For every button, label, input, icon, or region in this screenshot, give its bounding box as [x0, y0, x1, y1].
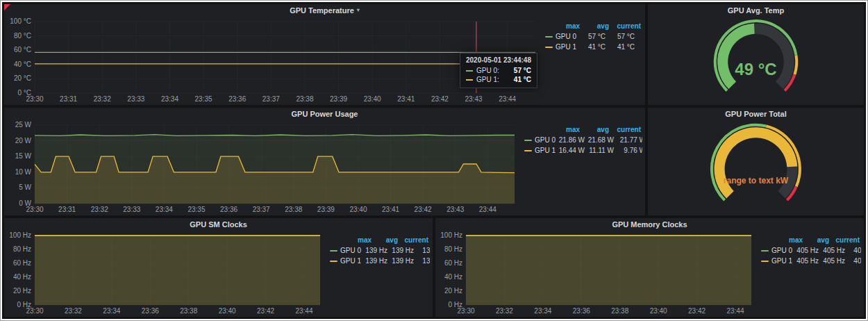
panel-title-text: GPU Power Total [725, 110, 786, 118]
svg-text:23:35: 23:35 [195, 95, 212, 103]
legend-header-cell: current [609, 21, 641, 31]
dashboard-row-3: GPU SM Clocks 0 Hz20 Hz40 Hz60 Hz80 Hz10… [4, 218, 864, 317]
legend-row: GPU 0139 Hz139 Hz139 Hz [330, 245, 428, 256]
legend-value: 405 Hz [792, 256, 819, 266]
plot-area: 0 Hz20 Hz40 Hz60 Hz80 Hz100 Hz23:3023:32… [7, 231, 326, 315]
panel-gpu-sm-clocks: GPU SM Clocks 0 Hz20 Hz40 Hz60 Hz80 Hz10… [4, 218, 433, 317]
svg-text:23:42: 23:42 [431, 95, 449, 103]
legend-value: 139 Hz [361, 245, 387, 256]
legend-header-cell: avg [580, 21, 609, 31]
svg-text:23:40: 23:40 [650, 307, 667, 315]
legend-value: 41 °C [606, 42, 635, 52]
series-color-icon [524, 150, 532, 151]
plot-area: 0 °C20 °C40 °C60 °C80 °C100 °C23:3023:31… [7, 17, 541, 104]
svg-text:23:34: 23:34 [161, 95, 178, 103]
svg-text:40 Hz: 40 Hz [444, 273, 462, 281]
gpu-sm-clocks-chart[interactable]: 0 Hz20 Hz40 Hz60 Hz80 Hz100 Hz23:3023:32… [7, 231, 326, 315]
svg-text:23:42: 23:42 [415, 206, 432, 213]
series-color-icon [545, 36, 553, 38]
legend-value: 139 Hz [414, 256, 430, 266]
panel-body: 0 °C20 °C40 °C60 °C80 °C100 °C23:3023:31… [4, 17, 645, 105]
tooltip-series-value: 41 °C [514, 75, 531, 84]
svg-text:23:44: 23:44 [295, 307, 312, 315]
panel-title-text: GPU SM Clocks [190, 220, 247, 229]
legend-series-name[interactable]: GPU 1 [330, 256, 361, 266]
legend-value: 405 Hz [845, 245, 861, 256]
svg-text:20 Hz: 20 Hz [444, 287, 462, 295]
legend-value: 41 °C [635, 42, 642, 52]
svg-text:100 Hz: 100 Hz [440, 231, 462, 239]
svg-text:23:39: 23:39 [317, 206, 335, 213]
legend-value: 57 °C [606, 31, 635, 42]
svg-text:40 °C: 40 °C [14, 60, 31, 68]
legend-value: 21.86 W [556, 135, 585, 145]
svg-text:23:44: 23:44 [499, 95, 516, 103]
panel-title-gpu-memory-clocks[interactable]: GPU Memory Clocks [435, 218, 864, 231]
legend-series-name[interactable]: GPU 0 [330, 245, 361, 256]
gpu-power-usage-chart[interactable]: 0 W5 W10 W15 W20 W25 W23:3023:3123:3223:… [7, 120, 520, 214]
series-color-icon [545, 47, 553, 48]
svg-text:23:44: 23:44 [726, 307, 744, 315]
panel-body: 0 Hz20 Hz40 Hz60 Hz80 Hz100 Hz23:3023:32… [4, 231, 433, 317]
legend-header-cell: current [609, 124, 641, 135]
panel-body: 49 °C [648, 17, 864, 105]
series-color-icon [524, 140, 532, 141]
legend-row: GPU 1139 Hz139 Hz139 Hz [330, 256, 428, 266]
grafana-dashboard: GPU Temperature ▾ 0 °C20 °C40 °C60 °C80 … [2, 2, 866, 319]
legend-value: 57 °C [576, 31, 606, 42]
svg-text:23:42: 23:42 [257, 307, 274, 315]
legend-value: 405 Hz [845, 256, 861, 266]
tooltip-series-label: GPU 1: [476, 75, 499, 84]
svg-text:23:38: 23:38 [296, 95, 313, 103]
panel-title-gpu-sm-clocks[interactable]: GPU SM Clocks [4, 218, 433, 231]
legend-value: 405 Hz [819, 256, 845, 266]
legend-series-name[interactable]: GPU 1 [761, 256, 792, 266]
tooltip-time: 2020-05-01 23:44:48 [466, 56, 531, 64]
chevron-down-icon: ▾ [357, 8, 360, 13]
series-dash-icon [466, 79, 473, 81]
legend-series-name[interactable]: GPU 0 [524, 135, 556, 145]
legend-row: GPU 057 °C57 °C57 °C [545, 31, 641, 42]
panel-title-gpu-temperature[interactable]: GPU Temperature ▾ [4, 4, 645, 17]
series-color-icon [761, 261, 769, 262]
gpu-memory-clocks-chart[interactable]: 0 Hz20 Hz40 Hz60 Hz80 Hz100 Hz23:3023:32… [438, 231, 757, 315]
svg-text:23:36: 23:36 [142, 307, 159, 315]
legend-series-name[interactable]: GPU 0 [545, 31, 576, 42]
legend-series-name[interactable]: GPU 1 [545, 42, 576, 52]
svg-text:23:30: 23:30 [26, 307, 43, 315]
panel-title-gpu-power-total[interactable]: GPU Power Total [648, 108, 864, 120]
svg-text:23:32: 23:32 [496, 307, 513, 315]
svg-text:23:41: 23:41 [397, 95, 415, 103]
legend-value: 405 Hz [792, 245, 819, 256]
legend-value: 139 Hz [387, 245, 414, 256]
svg-text:range to text kW: range to text kW [724, 176, 789, 186]
svg-text:23:37: 23:37 [262, 95, 280, 103]
legend-gpu-memory-clocks: maxavgcurrentGPU 0405 Hz405 Hz405 HzGPU … [757, 231, 861, 315]
svg-text:80 °C: 80 °C [14, 32, 31, 40]
svg-text:10 W: 10 W [15, 168, 32, 176]
panel-title-gpu-avg-temp[interactable]: GPU Avg. Temp [648, 4, 864, 17]
legend-series-name[interactable]: GPU 1 [524, 145, 556, 156]
legend-header: maxavgcurrent [330, 235, 428, 245]
legend-series-name[interactable]: GPU 0 [761, 245, 792, 256]
panel-title-text: GPU Avg. Temp [728, 6, 785, 15]
svg-text:23:41: 23:41 [382, 206, 399, 213]
legend-value: 41 °C [576, 42, 606, 52]
tooltip-row: GPU 0: 57 °C [466, 66, 531, 75]
legend-header: maxavgcurrent [545, 21, 641, 31]
svg-text:23:38: 23:38 [285, 206, 302, 213]
svg-text:23:36: 23:36 [220, 206, 237, 213]
chart-tooltip: 2020-05-01 23:44:48 GPU 0: 57 °C GPU 1: … [460, 53, 537, 88]
legend-row: GPU 021.86 W21.68 W21.77 W [524, 135, 641, 145]
gpu-avg-temp-gauge: 49 °C [651, 17, 861, 104]
svg-text:80 Hz: 80 Hz [444, 245, 462, 253]
panel-title-gpu-power-usage[interactable]: GPU Power Usage [4, 108, 645, 120]
svg-text:23:36: 23:36 [228, 95, 246, 103]
legend-row: GPU 0405 Hz405 Hz405 Hz [761, 245, 860, 256]
svg-text:23:37: 23:37 [253, 206, 270, 213]
legend-value: 9.76 W [614, 145, 642, 156]
svg-text:40 Hz: 40 Hz [13, 273, 31, 281]
legend-value: 139 Hz [387, 256, 414, 266]
panel-title-text: GPU Power Usage [292, 110, 358, 118]
alert-corner-icon[interactable] [4, 4, 10, 10]
